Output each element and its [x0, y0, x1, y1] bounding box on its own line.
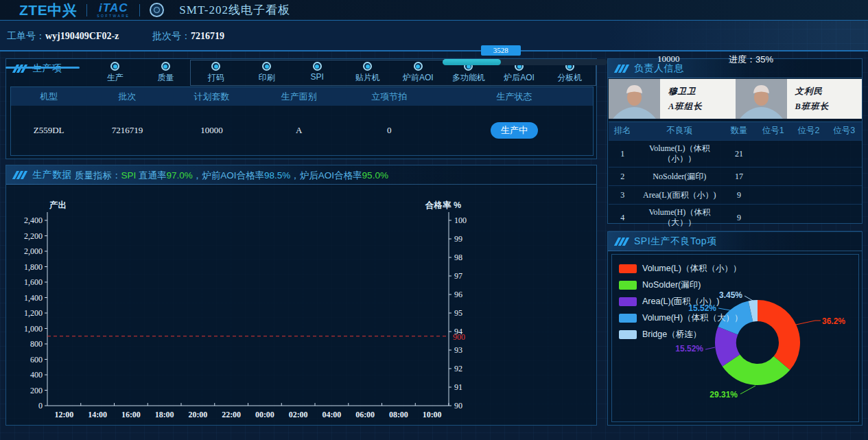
- prod-cell: 0: [342, 125, 436, 136]
- donut-percent-label: 15.52%: [675, 344, 703, 354]
- prod-cell-status: 生产中: [436, 122, 593, 139]
- svg-text:00:00: 00:00: [255, 410, 274, 419]
- batch-number: 批次号：7216719: [152, 30, 224, 43]
- station-status-icon: [313, 62, 322, 71]
- svg-text:1,000: 1,000: [24, 324, 43, 334]
- quality-segment: 炉后AOI合格率: [300, 170, 362, 181]
- quality-segment: 炉前AOI合格率: [202, 170, 264, 181]
- legend-label: Volume(L)（体积（小））: [642, 263, 741, 275]
- svg-text:16:00: 16:00: [121, 410, 141, 419]
- station-label: 打码: [208, 72, 224, 84]
- prod-cell: Z559DL: [11, 125, 86, 136]
- person-photo-icon: [736, 79, 787, 119]
- progress-current-badge: 3528: [481, 45, 521, 56]
- prod-cell: 10000: [168, 125, 255, 136]
- legend-item[interactable]: Volume(H)（体积（大））: [619, 310, 743, 326]
- supervisor-role-line: A班组长: [668, 99, 703, 115]
- production-items-panel: 生产项 生产质量打码印刷SPI贴片机炉前AOI多功能机炉后AOI分板机 机型批次…: [5, 58, 597, 159]
- supervisor-name-line: 文利民: [795, 84, 830, 100]
- defect-table: 排名不良项数量位号1位号2位号3 1Volume(L)（体积（小））212NoS…: [609, 121, 862, 223]
- legend-item[interactable]: Area(L)(面积（小）): [619, 293, 743, 310]
- spi-chart-box: 36.2%29.31%15.52%15.52%3.45% Volume(L)（体…: [611, 254, 859, 422]
- legend-item[interactable]: Bridge（桥连）: [619, 326, 743, 343]
- legend-swatch-icon: [619, 330, 637, 339]
- defect-cell: 3: [609, 190, 637, 200]
- legend-item[interactable]: NoSolder(漏印): [619, 277, 743, 293]
- progress-percent-text: 进度：35%: [729, 54, 773, 66]
- legend-label: Volume(H)（体积（大））: [642, 312, 743, 324]
- supervisor-panel: 负责人信息 穆卫卫A班组长文利民B班班长 排名不良项数量位号1位号2位号3 1V…: [607, 58, 863, 224]
- production-data-panel: 生产数据 质量指标：SPI 直通率97.0%，炉前AOI合格率98.5%，炉后A…: [5, 165, 597, 426]
- spi-defects-header: SPI生产不良Top项: [608, 232, 862, 251]
- production-table-row: Z559DL721671910000A0生产中: [11, 106, 593, 155]
- svg-text:800: 800: [30, 339, 43, 349]
- station-SPI[interactable]: SPI: [292, 62, 342, 85]
- defect-column-header: 位号1: [755, 126, 791, 137]
- station-status-icon: [161, 62, 170, 71]
- svg-text:08:00: 08:00: [389, 410, 408, 419]
- defect-column-header: 位号3: [826, 126, 862, 137]
- svg-text:1,800: 1,800: [24, 262, 43, 272]
- quality-segment: 95.0%: [362, 170, 388, 181]
- legend-item[interactable]: Volume(L)（体积（小））: [619, 260, 743, 277]
- defect-table-row: 3Area(L)(面积（小）)9: [609, 186, 862, 205]
- station-label: 多功能机: [452, 72, 485, 84]
- quality-segment: 97.0%: [167, 170, 193, 181]
- station-status-icon: [414, 62, 423, 71]
- station-status-icon: [211, 62, 220, 71]
- station-label: 炉后AOI: [504, 72, 535, 84]
- station-贴片机[interactable]: 贴片机: [342, 62, 393, 85]
- legend-swatch-icon: [619, 264, 637, 273]
- svg-text:04:00: 04:00: [322, 410, 341, 419]
- defect-table-row: 2NoSolder(漏印)17: [609, 167, 862, 186]
- progress-track: [443, 59, 607, 65]
- supervisor-card: 文利民B班班长: [736, 79, 863, 119]
- supervisor-card: 穆卫卫A班组长: [609, 79, 736, 119]
- station-status-icon: [262, 62, 271, 71]
- production-status-badge[interactable]: 生产中: [491, 122, 538, 139]
- work-order: 工单号：wyj190409CF02-z: [7, 30, 119, 43]
- supervisor-name-line: 穆卫卫: [668, 84, 703, 100]
- svg-text:200: 200: [30, 386, 43, 395]
- prod-column-header: 生产状态: [436, 91, 593, 103]
- spi-defects-panel: SPI生产不良Top项 36.2%29.31%15.52%15.52%3.45%…: [607, 231, 863, 426]
- station-label: 生产: [107, 72, 124, 84]
- svg-text:22:00: 22:00: [222, 410, 241, 419]
- progress-bar: 3528: [443, 44, 607, 67]
- seal-emblem-icon: [150, 3, 164, 17]
- prod-column-header: 计划套数: [168, 91, 255, 103]
- work-order-bar: 工单号：wyj190409CF02-z 批次号：7216719 3528 100…: [0, 21, 868, 51]
- legend-swatch-icon: [619, 281, 637, 290]
- svg-text:02:00: 02:00: [289, 410, 308, 419]
- defect-cell: 2: [609, 172, 637, 182]
- station-印刷[interactable]: 印刷: [242, 62, 292, 85]
- station-status-icon: [363, 62, 372, 71]
- station-label: 印刷: [259, 72, 275, 84]
- header-divider: [86, 4, 87, 16]
- station-炉前AOI[interactable]: 炉前AOI: [393, 62, 444, 85]
- quality-metrics: 质量指标：SPI 直通率97.0%，炉前AOI合格率98.5%，炉后AOI合格率…: [75, 170, 388, 182]
- progress-fill: [443, 59, 501, 65]
- page-title: SMT-202线电子看板: [179, 2, 290, 18]
- defect-cell: Area(L)(面积（小）): [637, 190, 723, 200]
- supervisor-name: 穆卫卫A班组长: [668, 84, 703, 115]
- station-生产[interactable]: 生产: [90, 62, 141, 85]
- station-label: 分板机: [557, 72, 582, 84]
- work-order-value: wyj190409CF02-z: [45, 31, 119, 41]
- station-质量[interactable]: 质量: [141, 62, 191, 85]
- svg-text:14:00: 14:00: [88, 410, 107, 419]
- station-label: SPI: [311, 72, 324, 82]
- supervisor-name: 文利民B班班长: [795, 84, 830, 115]
- defect-table-row: 4Volume(H)（体积（大））9: [609, 205, 862, 231]
- svg-text:400: 400: [30, 370, 43, 380]
- station-打码[interactable]: 打码: [191, 62, 242, 85]
- station-label: 质量: [157, 72, 174, 84]
- donut-slice[interactable]: [758, 300, 800, 370]
- svg-text:0: 0: [38, 401, 43, 410]
- svg-text:合格率 %: 合格率 %: [425, 200, 461, 210]
- defect-cell: 1: [609, 149, 637, 159]
- spi-defects-title: SPI生产不良Top项: [634, 235, 717, 248]
- defect-column-header: 排名: [609, 126, 637, 137]
- top-header-bar: ZTE中兴 iTAC SOFTWARE SMT-202线电子看板: [0, 0, 868, 21]
- prod-cell: 7216719: [86, 125, 168, 136]
